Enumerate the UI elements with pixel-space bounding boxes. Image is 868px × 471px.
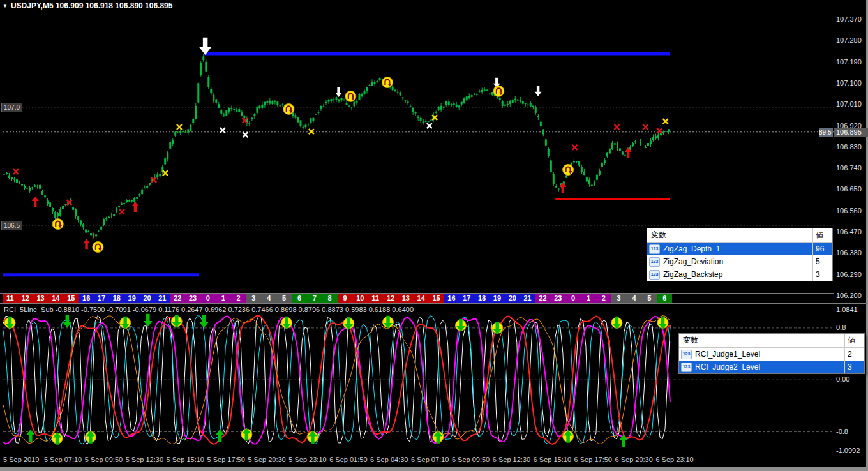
rci-signal-arrow-down-green[interactable] xyxy=(144,314,153,327)
signal-uturn-yellow[interactable] xyxy=(493,86,504,96)
popup-header-variable: 変数 xyxy=(679,334,844,347)
rci-signal-circle-arrow-up[interactable] xyxy=(85,431,96,444)
signal-arrow-down-white[interactable] xyxy=(335,87,342,97)
price-axis-label: 106.560 xyxy=(836,207,862,214)
hour-cell: 6 xyxy=(657,294,672,303)
time-axis-label: 6 Sep 20:30 xyxy=(615,456,653,463)
param-value: 2 xyxy=(844,348,864,361)
signal-uturn-yellow[interactable] xyxy=(283,103,294,114)
price-axis-label: 106.470 xyxy=(836,228,862,236)
rci-signal-circle-arrow-down[interactable] xyxy=(171,315,182,328)
param-row-ZigZag_Backstep[interactable]: 123ZigZag_Backstep3 xyxy=(647,268,832,281)
rci-params-popup[interactable]: 変数 値 123RCI_Judge1_Level2123RCI_Judge2_L… xyxy=(678,333,865,374)
price-axis-label: 106.830 xyxy=(836,143,862,151)
rci-signal-arrow-up-green[interactable] xyxy=(619,435,628,447)
time-axis-label: 6 Sep 17:50 xyxy=(574,456,612,463)
param-row-RCI_Judge2_Level[interactable]: 123RCI_Judge2_Level3 xyxy=(679,361,864,373)
hour-cell: 14 xyxy=(49,294,64,303)
price-axis-separator xyxy=(834,0,834,467)
indicator-axis-label: -1.0992 xyxy=(836,447,860,454)
signal-x-yellow[interactable] xyxy=(163,170,168,176)
round-number-tag: 106.5 xyxy=(1,221,22,230)
candlestick-series[interactable] xyxy=(3,54,670,239)
hour-cell: 9 xyxy=(338,294,353,303)
hour-cell: 19 xyxy=(124,294,140,303)
hour-cell: 1 xyxy=(216,294,231,303)
signal-x-red[interactable] xyxy=(643,124,648,130)
rci-signal-circle-arrow-up[interactable] xyxy=(433,431,444,444)
hour-cell: 22 xyxy=(170,294,185,303)
param-row-RCI_Judge1_Level[interactable]: 123RCI_Judge1_Level2 xyxy=(679,348,864,361)
signal-x-red[interactable] xyxy=(657,128,662,133)
panel-separator-timeaxis xyxy=(0,454,868,454)
hour-cell: 11 xyxy=(3,294,18,303)
chart-menu-icon[interactable]: ▼ xyxy=(3,3,8,9)
hour-cell: 17 xyxy=(94,294,109,303)
signal-uturn-yellow[interactable] xyxy=(93,242,103,253)
hour-cell: 0 xyxy=(565,294,581,303)
indicator-axis-label: 1.0841 xyxy=(836,306,858,313)
hour-cell: 23 xyxy=(185,294,200,303)
rci-signal-circle-arrow-down[interactable] xyxy=(120,317,131,329)
signal-x-yellow[interactable] xyxy=(177,124,182,130)
signal-arrow-up-red[interactable] xyxy=(131,202,138,212)
hour-cell: 16 xyxy=(444,294,459,303)
rci-signal-arrow-down-green[interactable] xyxy=(200,315,209,328)
time-axis-label: 6 Sep 12:30 xyxy=(493,456,530,463)
signal-arrow-up-red[interactable] xyxy=(83,239,90,249)
hour-cell: 3 xyxy=(246,294,262,303)
time-axis-label: 5 Sep 09:50 xyxy=(85,456,123,463)
rci-signal-circle-arrow-down[interactable] xyxy=(611,317,622,329)
price-axis-label: 107.010 xyxy=(836,100,862,108)
signal-x-red[interactable] xyxy=(614,124,619,130)
signal-x-red[interactable] xyxy=(572,145,578,150)
signal-x-white[interactable] xyxy=(220,128,225,133)
hour-cell: 5 xyxy=(276,294,292,303)
signal-x-yellow[interactable] xyxy=(309,129,314,134)
price-axis-label: 106.200 xyxy=(836,292,862,299)
chart-title: ▼ USDJPY,M5 106.909 106.918 106.890 106.… xyxy=(3,1,172,10)
time-axis-label: 5 Sep 2019 xyxy=(3,456,39,463)
hour-cell: 16 xyxy=(79,294,94,303)
time-axis-label: 6 Sep 09:50 xyxy=(452,456,490,463)
signal-uturn-yellow[interactable] xyxy=(52,219,63,230)
numeric-param-icon: 123 xyxy=(649,244,660,254)
param-name: RCI_Judge1_Level xyxy=(695,348,760,361)
price-axis-label: 106.380 xyxy=(836,249,862,257)
hour-cell: 4 xyxy=(261,294,276,303)
zigzag-params-popup[interactable]: 変数 値 123ZigZag_Depth_196123ZigZag_Deviat… xyxy=(647,228,833,281)
price-axis-label: 106.290 xyxy=(836,271,862,278)
popup-header-value: 値 xyxy=(844,334,864,347)
hour-cell: 3 xyxy=(611,294,627,303)
param-value: 3 xyxy=(812,268,832,281)
param-row-ZigZag_Deviation[interactable]: 123ZigZag_Deviation5 xyxy=(647,255,832,268)
numeric-param-icon: 123 xyxy=(649,270,660,280)
signal-x-white[interactable] xyxy=(243,132,248,137)
signal-x-red[interactable] xyxy=(119,209,124,214)
panel-separator-indicator[interactable] xyxy=(0,303,868,304)
price-axis-label: 107.100 xyxy=(836,79,862,87)
param-value: 5 xyxy=(812,255,832,268)
hour-cell: 8 xyxy=(322,294,338,303)
hour-cell: 18 xyxy=(109,294,124,303)
hour-session-ribbon: 1112131415161718192021222301234567891011… xyxy=(3,294,672,303)
signal-arrow-up-red[interactable] xyxy=(32,197,39,207)
signal-uturn-yellow[interactable] xyxy=(563,165,574,176)
param-row-ZigZag_Depth_1[interactable]: 123ZigZag_Depth_196 xyxy=(647,243,832,255)
signal-uturn-yellow[interactable] xyxy=(345,91,356,101)
hour-cell: 0 xyxy=(200,294,216,303)
time-axis-label: 5 Sep 17:50 xyxy=(207,456,245,463)
hour-cell: 13 xyxy=(398,294,414,303)
round-number-tag: 107.0 xyxy=(1,103,22,112)
signal-x-white[interactable] xyxy=(427,123,432,128)
signal-arrow-down-white[interactable] xyxy=(535,86,542,96)
time-axis-label: 6 Sep 07:10 xyxy=(411,456,449,463)
indicator-axis-label: 0.00 xyxy=(836,375,849,383)
signal-x-red[interactable] xyxy=(13,169,19,174)
hour-cell: 12 xyxy=(383,294,398,303)
hour-cell: 21 xyxy=(154,294,170,303)
signal-uturn-yellow[interactable] xyxy=(382,77,393,88)
price-axis-label: 106.650 xyxy=(836,185,862,193)
param-value: 3 xyxy=(844,361,864,373)
signal-x-yellow[interactable] xyxy=(663,119,668,124)
